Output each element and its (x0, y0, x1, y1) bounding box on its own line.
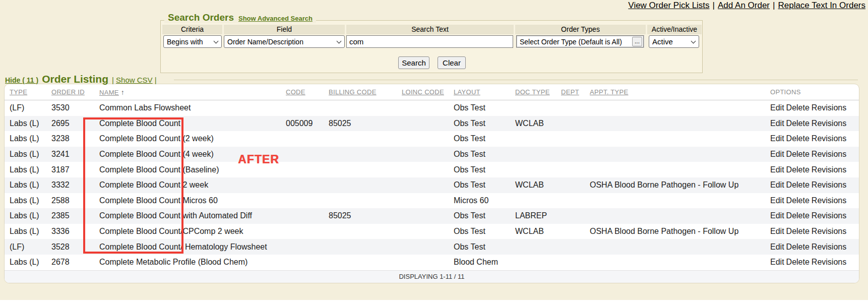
column-header-label[interactable]: BILLING CODE (329, 88, 377, 96)
field-select[interactable]: Order Name/Description (224, 35, 345, 48)
edit-action-link[interactable]: Edit (770, 119, 784, 128)
page: View Order Pick Lists|Add An Order|Repla… (0, 0, 868, 303)
edit-action-link[interactable]: Edit (770, 211, 784, 220)
fieldset-top-border (174, 80, 858, 80)
column-header-loinc-code[interactable]: LOINC CODE (397, 88, 449, 96)
column-header-order-id[interactable]: ORDER ID (46, 88, 94, 96)
delete-action-link[interactable]: Delete (786, 150, 810, 158)
show-csv-link[interactable]: Show CSV (116, 76, 153, 84)
column-header-billing-code[interactable]: BILLING CODE (324, 88, 397, 96)
edit-action-link[interactable]: Edit (770, 103, 784, 112)
field-column-label: Field (224, 25, 345, 34)
column-header-code[interactable]: CODE (281, 88, 324, 96)
hide-count-link[interactable]: Hide ( 11 ) (5, 76, 38, 84)
column-header-label[interactable]: TYPE (10, 88, 27, 96)
criteria-column-label: Criteria (162, 25, 222, 34)
edit-action-link[interactable]: Edit (770, 227, 784, 235)
cell: Complete Blood Count Micros 60 (94, 196, 281, 205)
active-inactive-select[interactable]: Active (649, 35, 699, 48)
revisions-action-link[interactable]: Revisions (812, 134, 846, 143)
search-text-column-label: Search Text (346, 25, 514, 34)
revisions-action-link[interactable]: Revisions (812, 150, 846, 158)
delete-action-link[interactable]: Delete (786, 165, 810, 174)
revisions-action-link[interactable]: Revisions (812, 165, 846, 174)
show-advanced-search-link[interactable]: Show Advanced Search (238, 15, 313, 22)
edit-action-link[interactable]: Edit (770, 258, 784, 266)
criteria-select[interactable]: Begins with (163, 35, 222, 48)
cell: Obs Test (449, 227, 510, 236)
revisions-action-link[interactable]: Revisions (812, 103, 846, 112)
column-header-label[interactable]: CODE (286, 88, 305, 96)
column-header-label: OPTIONS (770, 88, 801, 96)
edit-action-link[interactable]: Edit (770, 134, 784, 143)
delete-action-link[interactable]: Delete (786, 227, 810, 235)
cell: 3241 (46, 150, 94, 159)
cell: OSHA Blood Borne Pathogen - Follow Up (585, 180, 765, 190)
edit-action-link[interactable]: Edit (770, 180, 784, 189)
column-header-label[interactable]: LAYOUT (454, 88, 480, 96)
column-header-options: OPTIONS (765, 88, 859, 96)
delete-action-link[interactable]: Delete (786, 258, 810, 266)
options-cell: EditDeleteRevisions (765, 119, 859, 128)
search-button[interactable]: Search (398, 56, 429, 69)
column-header-doc-type[interactable]: DOC TYPE (510, 88, 556, 96)
column-header-label[interactable]: ORDER ID (51, 88, 85, 96)
column-header-label[interactable]: LOINC CODE (402, 88, 444, 96)
order-listing-header: Hide ( 11 ) Order Listing | Show CSV | (5, 73, 157, 84)
cell: 85025 (324, 211, 397, 220)
edit-action-link[interactable]: Edit (770, 196, 784, 205)
clear-button[interactable]: Clear (438, 56, 466, 69)
cell: Complete Blood Count with Automated Diff (94, 211, 281, 220)
delete-action-link[interactable]: Delete (786, 211, 810, 220)
column-header-label[interactable]: DOC TYPE (515, 88, 550, 96)
cell: Obs Test (449, 165, 510, 174)
revisions-action-link[interactable]: Revisions (812, 119, 846, 128)
delete-action-link[interactable]: Delete (786, 119, 810, 128)
cell: Complete Blood Count (4 week) (94, 150, 281, 159)
edit-action-link[interactable]: Edit (770, 243, 784, 251)
revisions-action-link[interactable]: Revisions (812, 180, 846, 189)
column-header-name[interactable]: NAME↑ (94, 88, 281, 96)
cell: Complete Blood Count (2 week) (94, 134, 281, 143)
cell: Labs (L) (5, 134, 46, 143)
top-nav-link[interactable]: Add An Order (718, 1, 770, 10)
table-row: Labs (L)3332Complete Blood Count 2 weekO… (5, 177, 859, 193)
column-header-label[interactable]: DEPT (561, 88, 579, 96)
delete-action-link[interactable]: Delete (786, 103, 810, 112)
cell: Obs Test (449, 243, 510, 252)
cell: 2695 (46, 119, 94, 128)
column-header-label[interactable]: NAME (99, 89, 119, 96)
table-row: Labs (L)2678Complete Metabolic Profile (… (5, 255, 859, 270)
top-nav-link[interactable]: View Order Pick Lists (628, 1, 709, 10)
delete-action-link[interactable]: Delete (786, 134, 810, 143)
edit-action-link[interactable]: Edit (770, 150, 784, 158)
search-orders-legend: Search Orders Show Advanced Search (164, 12, 316, 23)
revisions-action-link[interactable]: Revisions (812, 211, 846, 220)
column-header-layout[interactable]: LAYOUT (449, 88, 510, 96)
order-type-picker[interactable]: Select Order Type (Default is All) ... (516, 35, 644, 48)
separator: | (155, 76, 157, 84)
edit-action-link[interactable]: Edit (770, 165, 784, 174)
cell: Labs (L) (5, 227, 46, 236)
cell: 3336 (46, 227, 94, 236)
cell: 2678 (46, 258, 94, 267)
top-nav-link[interactable]: Replace Text In Orders (778, 1, 865, 10)
revisions-action-link[interactable]: Revisions (812, 227, 846, 235)
revisions-action-link[interactable]: Revisions (812, 243, 846, 251)
column-header-dept[interactable]: DEPT (556, 88, 585, 96)
order-type-browse-button[interactable]: ... (632, 37, 642, 46)
column-header-appt-type[interactable]: APPT. TYPE (585, 88, 765, 96)
cell: Obs Test (449, 150, 510, 159)
delete-action-link[interactable]: Delete (786, 180, 810, 189)
search-orders-title: Search Orders (168, 12, 234, 23)
delete-action-link[interactable]: Delete (786, 196, 810, 205)
revisions-action-link[interactable]: Revisions (812, 258, 846, 266)
delete-action-link[interactable]: Delete (786, 243, 810, 251)
revisions-action-link[interactable]: Revisions (812, 196, 846, 205)
cell: 2385 (46, 211, 94, 220)
cell: Complete Blood Count (94, 119, 281, 128)
column-header-type[interactable]: TYPE (5, 88, 46, 96)
cell: Labs (L) (5, 211, 46, 220)
column-header-label[interactable]: APPT. TYPE (590, 88, 628, 96)
search-text-input[interactable] (346, 35, 513, 48)
